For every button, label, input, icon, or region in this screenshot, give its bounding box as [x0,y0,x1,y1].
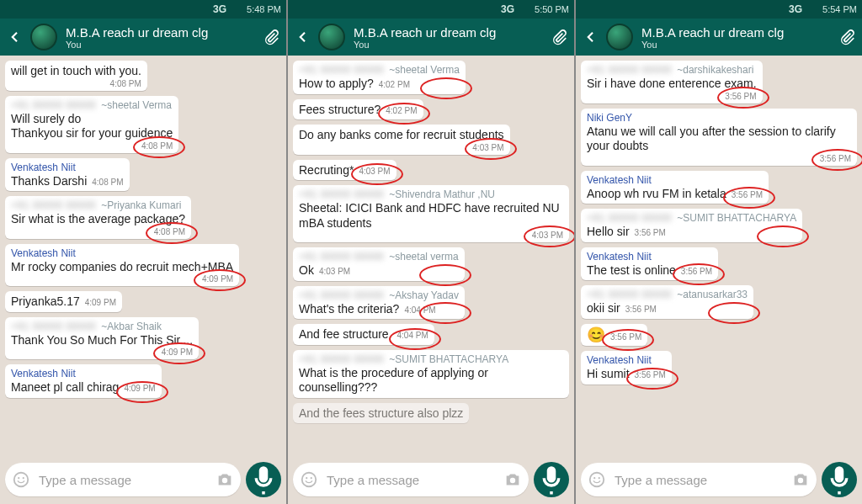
message-bubble[interactable]: Priyanka5.174:09 PM [5,291,122,312]
sender-line: Venkatesh Niit [587,354,666,366]
message-bubble[interactable]: +91 00000 00000~sheetal vermaOk4:03 PM [293,247,465,281]
chat-subtitle: You [641,40,830,50]
sender-line: +91 00000 00000~Akshay Yadav [299,289,459,301]
composer [0,455,286,504]
message-time: 3:56 PM [732,190,763,201]
message-input[interactable] [613,472,785,488]
message-text: Ok4:03 PM [299,263,459,279]
svg-point-46 [593,477,595,479]
message-text: Sir what is the average package? [11,212,185,227]
attach-icon[interactable] [838,29,855,45]
message-time: 3:56 PM [587,154,851,163]
message-time: 4:09 PM [85,298,116,309]
chat-title: M.B.A reach ur dream clg [354,25,542,40]
group-avatar[interactable] [30,24,57,50]
message-bubble[interactable]: Venkatesh NiitThe test is online3:56 PM [581,247,718,281]
sender-line: +91 00000 00000~SUMIT BHATTACHARYA [587,212,796,224]
svg-point-45 [590,473,604,487]
message-text: Fees structure?4:02 PM [299,103,418,118]
message-bubble[interactable]: +91 00000 00000~Akshay YadavWhat's the c… [293,286,465,320]
message-bubble[interactable]: And the fees structure also plzz [293,403,469,424]
message-text: Hi sumit3:56 PM [587,367,666,382]
message-input[interactable] [325,472,497,488]
status-bar: 3G5:48 PM [0,0,286,19]
chat-scroll[interactable]: will get in touch with you.4:08 PM+91 00… [0,56,286,455]
message-time: 4:04 PM [404,305,435,316]
message-time: 4:08 PM [11,227,185,236]
back-icon[interactable] [7,29,22,45]
chat-header[interactable]: M.B.A reach ur dream clgYou [576,19,862,56]
chat-header[interactable]: M.B.A reach ur dream clgYou [288,19,574,56]
message-bubble[interactable]: +91 00000 00000~Priyanka KumariSir what … [5,196,191,239]
sender-line: +91 00000 00000~atanusarkar33 [587,289,748,300]
attach-icon[interactable] [551,29,567,45]
message-time: 3:56 PM [610,332,641,343]
message-bubble[interactable]: +91 00000 00000~sheetal VermaWill surely… [5,96,178,153]
message-bubble[interactable]: +91 00000 00000~SUMIT BHATTACHARYAHello … [581,209,802,242]
chat-header[interactable]: M.B.A reach ur dream clgYou [0,19,286,56]
message-time: 4:09 PM [11,347,193,357]
group-avatar[interactable] [318,24,345,50]
mic-button[interactable] [822,462,857,497]
mic-button[interactable] [534,462,569,497]
message-bubble[interactable]: Niki GenYAtanu we will call you after th… [581,109,857,166]
camera-icon[interactable] [791,470,810,489]
back-icon[interactable] [295,29,310,45]
message-bubble[interactable]: +91 00000 00000~sheetal VermaHow to appl… [293,61,466,94]
emoji-icon[interactable] [300,470,318,489]
message-bubble[interactable]: Venkatesh NiitManeet pl call chirag4:09 … [5,364,162,398]
message-bubble[interactable]: +91 00000 00000~darshikakeshariSir i hav… [581,61,763,103]
input-bar[interactable] [5,463,241,496]
input-bar[interactable] [293,463,529,496]
message-text: Sheetal: ICICI Bank and HDFC have recrui… [299,201,563,231]
mic-button[interactable] [246,462,281,497]
message-bubble[interactable]: Recruting*4:03 PM [293,160,396,181]
network-label: 3G [501,3,514,15]
sender-line: +91 00000 00000~sheetal Verma [11,99,173,111]
message-text: The test is online3:56 PM [587,263,712,279]
message-bubble[interactable]: will get in touch with you.4:08 PM [5,61,147,91]
message-bubble[interactable]: +91 00000 00000~atanusarkar33okii sir3:5… [581,285,753,319]
message-bubble[interactable]: Venkatesh NiitMr rocky companies do recr… [5,244,239,287]
svg-point-31 [510,478,515,483]
camera-icon[interactable] [503,470,522,489]
message-text: Anoop wh rvu FM in ketala3:56 PM [587,187,763,202]
camera-icon[interactable] [216,470,234,489]
message-input[interactable] [37,472,209,488]
emoji-icon[interactable] [12,470,30,489]
message-time: 3:56 PM [681,267,712,278]
message-text: Maneet pl call chirag4:09 PM [11,380,156,395]
svg-point-14 [18,477,19,479]
message-text: And fee structure.4:04 PM [299,327,428,342]
emoji-icon[interactable] [588,470,606,489]
chat-title: M.B.A reach ur dream clg [66,25,254,40]
message-text: Recruting*4:03 PM [299,163,391,178]
network-label: 3G [789,3,802,15]
message-bubble[interactable]: Venkatesh NiitAnoop wh rvu FM in ketala3… [581,171,769,204]
clock: 5:50 PM [535,4,569,14]
attach-icon[interactable] [263,29,279,45]
svg-point-28 [302,473,317,487]
group-avatar[interactable] [606,24,633,50]
chat-scroll[interactable]: +91 00000 00000~darshikakeshariSir i hav… [576,56,862,455]
message-bubble[interactable]: Fees structure?4:02 PM [293,99,423,120]
message-time: 3:56 PM [625,305,657,316]
message-bubble[interactable]: And fee structure.4:04 PM [293,324,434,345]
clock: 5:54 PM [822,4,857,14]
input-bar[interactable] [581,463,817,496]
message-bubble[interactable]: +91 00000 00000~Akbar ShaikThank You So … [5,317,199,360]
chat-scroll[interactable]: +91 00000 00000~sheetal VermaHow to appl… [288,56,574,455]
message-time: 4:09 PM [11,274,233,284]
composer [576,455,862,504]
message-bubble[interactable]: 😊3:56 PM [581,324,647,347]
message-bubble[interactable]: Venkatesh NiitHi sumit3:56 PM [581,351,672,385]
message-bubble[interactable]: Do any banks come for recruit students4:… [293,125,510,155]
status-bar: 3G5:54 PM [576,0,862,19]
message-bubble[interactable]: +91 00000 00000~Shivendra Mathur ,NUShee… [293,185,569,242]
message-bubble[interactable]: +91 00000 00000~SUMIT BHATTACHARYAWhat i… [293,350,569,398]
back-icon[interactable] [583,29,598,45]
message-bubble[interactable]: Venkatesh NiitThanks Darshi4:08 PM [5,158,130,192]
sender-line: +91 00000 00000~sheetal verma [299,251,459,263]
message-time: 4:02 PM [386,106,417,117]
svg-point-48 [798,478,803,483]
